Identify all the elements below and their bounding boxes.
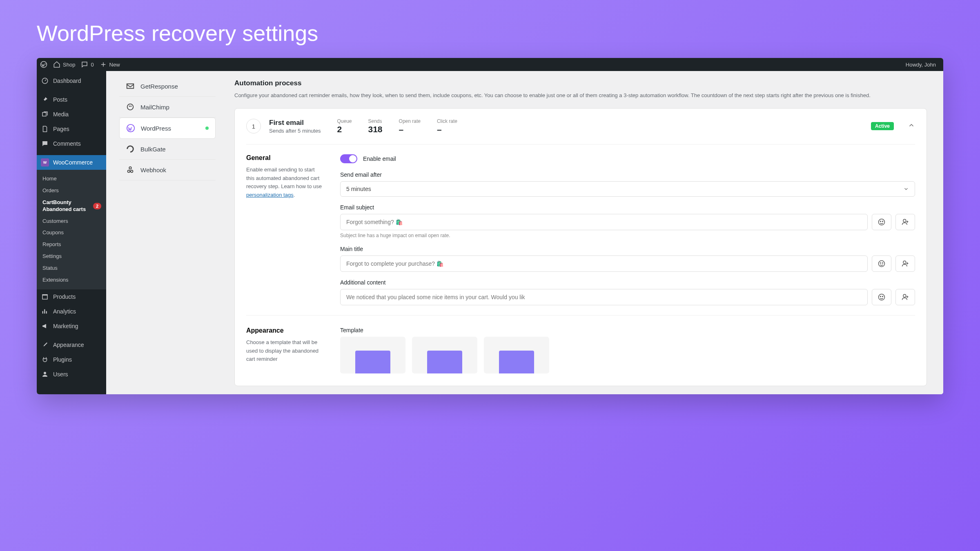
user-plus-icon [901,218,909,226]
integration-webhook[interactable]: Webhook [119,160,216,180]
submenu-extensions[interactable]: Extensions [37,274,106,286]
send-after-select[interactable]: 5 minutes [340,181,915,197]
sidebar-item-analytics[interactable]: Analytics [37,304,106,319]
svg-point-6 [130,106,131,107]
template-option-2[interactable] [412,337,477,373]
integration-label: Webhook [140,167,166,173]
status-dot-icon [205,127,209,130]
integration-mailchimp[interactable]: MailChimp [119,97,216,118]
template-option-3[interactable] [484,337,549,373]
personalization-button[interactable] [895,289,915,305]
mailchimp-icon [126,102,135,111]
submenu-orders[interactable]: Orders [37,185,106,197]
emoji-picker-button[interactable] [872,289,891,305]
main-panel: Automation process Configure your abando… [222,71,943,394]
emoji-picker-button[interactable] [872,214,891,230]
sidebar-item-media[interactable]: Media [37,107,106,122]
personalization-button[interactable] [895,256,915,272]
sidebar-item-label: Media [53,111,69,118]
integration-getresponse[interactable]: GetResponse [119,76,216,97]
submenu-customers[interactable]: Customers [37,216,106,227]
integration-label: BulkGate [140,146,166,153]
enable-email-toggle[interactable] [340,154,357,163]
main-title-input[interactable] [340,256,868,272]
getresponse-icon [126,82,135,91]
sidebar-item-plugins[interactable]: Plugins [37,352,106,367]
sidebar-item-label: Analytics [53,308,76,315]
svg-point-15 [879,260,885,267]
sidebar-item-marketing[interactable]: Marketing [37,319,106,333]
email-step-card: 1 First email Sends after 5 minutes Queu… [234,108,927,386]
integration-wordpress[interactable]: WordPress [119,118,216,139]
personalization-button[interactable] [895,214,915,230]
howdy-user[interactable]: Howdy, John [906,62,940,68]
integration-label: MailChimp [140,104,169,111]
integrations-list: GetResponse MailChimp WordPress BulkGate… [106,71,222,394]
site-name: Shop [63,62,75,68]
svg-point-21 [882,296,883,297]
emoji-picker-button[interactable] [872,256,891,272]
status-badge: Active [871,122,894,130]
additional-content-input[interactable] [340,289,868,305]
main-title-label: Main title [340,246,915,252]
emoji-icon [878,293,886,301]
send-after-label: Send email after [340,171,915,178]
sidebar-item-label: Pages [53,126,69,132]
stat-sends: Sends318 [368,118,383,134]
sidebar-item-woocommerce[interactable]: WWooCommerce [37,155,106,170]
comment-icon [41,140,49,148]
card-subtitle: Sends after 5 minutes [269,128,321,134]
megaphone-icon [41,322,49,330]
sidebar-item-label: Plugins [53,356,72,363]
chart-icon [41,307,49,315]
personalization-tags-link[interactable]: personalization tags [246,192,294,198]
sidebar-item-pages[interactable]: Pages [37,122,106,136]
svg-point-8 [128,170,130,173]
submenu-cartbounty[interactable]: CartBounty Abandoned carts2 [37,197,106,216]
sidebar-item-label: Appearance [53,342,84,348]
sidebar-item-posts[interactable]: Posts [37,92,106,107]
svg-point-13 [882,221,883,222]
template-grid [340,337,915,373]
submenu-reports[interactable]: Reports [37,239,106,251]
comments-link[interactable]: 0 [81,61,94,68]
collapse-button[interactable] [908,122,915,131]
subject-label: Email subject [340,204,915,211]
wp-logo-icon[interactable] [40,61,47,68]
sidebar-item-products[interactable]: Products [37,289,106,304]
sidebar-item-comments[interactable]: Comments [37,136,106,151]
submenu-home[interactable]: Home [37,173,106,185]
appearance-heading: Appearance [246,327,324,334]
chevron-down-icon [903,186,909,192]
sidebar-item-label: Dashboard [53,78,81,84]
sidebar-item-users[interactable]: Users [37,367,106,382]
page-icon [41,125,49,133]
sidebar-item-dashboard[interactable]: Dashboard [37,73,106,88]
template-option-1[interactable] [340,337,405,373]
plug-icon [41,355,49,364]
chevron-up-icon [908,122,915,129]
svg-rect-2 [42,295,47,299]
submenu-coupons[interactable]: Coupons [37,227,106,239]
integration-bulkgate[interactable]: BulkGate [119,139,216,160]
subject-input[interactable] [340,214,868,230]
svg-point-9 [131,170,133,173]
general-heading: General [246,154,324,162]
section-title: Automation process [234,79,927,87]
sidebar-item-appearance[interactable]: Appearance [37,338,106,352]
sidebar-item-label: Users [53,371,68,378]
card-title: First email [269,119,321,127]
emoji-icon [878,260,886,268]
site-link[interactable]: Shop [53,61,75,68]
new-label: New [109,62,120,68]
additional-content-label: Additional content [340,279,915,286]
svg-point-17 [882,262,883,263]
submenu-status[interactable]: Status [37,262,106,274]
user-icon [41,370,49,378]
webhook-icon [126,165,135,174]
submenu-settings[interactable]: Settings [37,251,106,262]
new-link[interactable]: New [100,61,120,68]
svg-point-3 [44,372,46,374]
svg-point-11 [879,219,885,225]
sidebar-item-label: Marketing [53,323,78,329]
